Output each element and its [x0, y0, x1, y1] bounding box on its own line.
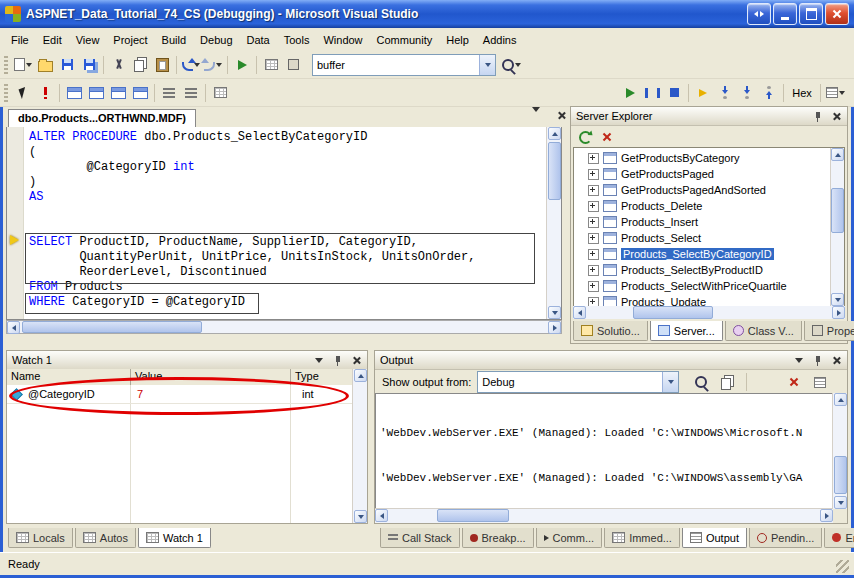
output-hscrollbar[interactable]	[375, 508, 833, 523]
scroll-right-button[interactable]	[820, 509, 833, 522]
tree-hscrollbar[interactable]	[573, 306, 845, 319]
tab-class-view[interactable]: Class V...	[725, 321, 802, 341]
menu-tools[interactable]: Tools	[277, 31, 317, 49]
menu-edit[interactable]: Edit	[36, 31, 69, 49]
undo-button[interactable]	[180, 54, 202, 76]
expand-plus-icon[interactable]	[588, 217, 599, 228]
scroll-thumb[interactable]	[437, 509, 509, 522]
copy-output-button[interactable]	[717, 372, 737, 392]
expand-plus-icon[interactable]	[588, 233, 599, 244]
open-folder-button[interactable]	[34, 54, 56, 76]
watch-row[interactable]: @CategoryID 7 int	[7, 385, 353, 404]
tree-item[interactable]: Products_Select	[588, 230, 844, 246]
break-all-button[interactable]	[641, 82, 663, 104]
menu-file[interactable]: File	[4, 31, 36, 49]
tab-output[interactable]: Output	[682, 528, 747, 548]
copy-button[interactable]	[129, 54, 151, 76]
column-header-name[interactable]: Name	[7, 369, 131, 385]
step-into-button[interactable]	[714, 82, 736, 104]
scroll-down-button[interactable]	[354, 510, 367, 523]
title-bar[interactable]: ASPNET_Data_Tutorial_74_CS (Debugging) -…	[0, 0, 854, 28]
scroll-thumb[interactable]	[831, 188, 844, 233]
editor-hscrollbar[interactable]	[6, 320, 562, 334]
menu-build[interactable]: Build	[155, 31, 193, 49]
properties-window-button[interactable]	[282, 54, 304, 76]
hex-toggle-button[interactable]: Hex	[787, 82, 817, 104]
column-header-type[interactable]: Type	[291, 369, 353, 385]
server-explorer-tree[interactable]: GetProductsByCategory GetProductsPaged G…	[573, 147, 845, 307]
validate-sql-button[interactable]	[209, 82, 231, 104]
goto-message-button[interactable]	[691, 372, 711, 392]
tab-pending-checkins[interactable]: Pendin...	[749, 528, 822, 548]
combo-dropdown-button[interactable]	[479, 55, 495, 75]
document-tab[interactable]: dbo.Products...ORTHWND.MDF)	[8, 109, 196, 127]
tree-item[interactable]: Products_Delete	[588, 198, 844, 214]
find-button[interactable]	[500, 54, 522, 76]
save-button[interactable]	[56, 54, 78, 76]
scroll-up-button[interactable]	[548, 127, 561, 140]
stop-debug-button[interactable]	[663, 82, 685, 104]
tree-vscrollbar[interactable]	[830, 148, 844, 306]
align-center-button[interactable]	[180, 82, 202, 104]
menu-window[interactable]: Window	[316, 31, 369, 49]
execute-sql-button[interactable]	[34, 82, 56, 104]
expand-plus-icon[interactable]	[588, 201, 599, 212]
search-combo[interactable]: buffer	[312, 54, 496, 76]
tree-item-selected[interactable]: Products_SelectByCategoryID	[588, 246, 844, 262]
cut-button[interactable]	[107, 54, 129, 76]
expand-plus-icon[interactable]	[588, 185, 599, 196]
pin-button[interactable]	[810, 109, 825, 123]
tree-item[interactable]: GetProductsPagedAndSorted	[588, 182, 844, 198]
show-sql-pane-button[interactable]	[107, 82, 129, 104]
scroll-up-button[interactable]	[834, 393, 847, 406]
output-source-combo[interactable]: Debug	[477, 371, 679, 393]
panel-close-button[interactable]	[349, 353, 364, 367]
redo-button[interactable]	[202, 54, 224, 76]
window-arrows-button[interactable]	[747, 3, 771, 25]
scroll-right-button[interactable]	[832, 306, 845, 319]
document-list-button[interactable]	[532, 112, 540, 124]
menu-community[interactable]: Community	[370, 31, 440, 49]
continue-button[interactable]	[619, 82, 641, 104]
tab-watch-1[interactable]: Watch 1	[138, 528, 211, 548]
toolbar-grip[interactable]	[4, 56, 8, 74]
show-diagram-pane-button[interactable]	[63, 82, 85, 104]
maximize-button[interactable]	[799, 3, 823, 25]
tree-item[interactable]: Products_SelectWithPriceQuartile	[588, 278, 844, 294]
code-editor[interactable]: ALTER PROCEDURE dbo.Products_SelectByCat…	[6, 127, 562, 320]
pin-button[interactable]	[810, 353, 825, 367]
window-menu-button[interactable]	[311, 353, 326, 367]
tab-autos[interactable]: Autos	[75, 528, 136, 548]
tab-server-explorer[interactable]: Server...	[650, 321, 723, 341]
tab-error-list[interactable]: Error List	[824, 528, 854, 548]
minimize-button[interactable]	[773, 3, 797, 25]
column-header-value[interactable]: Value	[131, 369, 291, 385]
menu-project[interactable]: Project	[106, 31, 154, 49]
tab-locals[interactable]: Locals	[8, 528, 73, 548]
panel-close-button[interactable]	[829, 353, 844, 367]
step-over-button[interactable]	[736, 82, 758, 104]
server-explorer-titlebar[interactable]: Server Explorer	[571, 107, 847, 126]
tab-immediate[interactable]: Immed...	[604, 528, 680, 548]
expand-plus-icon[interactable]	[588, 153, 599, 164]
output-console[interactable]: 'WebDev.WebServer.EXE' (Managed): Loaded…	[375, 393, 833, 509]
menu-data[interactable]: Data	[240, 31, 277, 49]
scroll-thumb[interactable]	[22, 321, 202, 333]
show-results-pane-button[interactable]	[129, 82, 151, 104]
expand-plus-icon[interactable]	[588, 169, 599, 180]
show-criteria-pane-button[interactable]	[85, 82, 107, 104]
toggle-word-wrap-button[interactable]	[810, 372, 830, 392]
menu-debug[interactable]: Debug	[193, 31, 239, 49]
scroll-down-button[interactable]	[548, 306, 561, 319]
paste-button[interactable]	[151, 54, 173, 76]
tree-item[interactable]: Products_Insert	[588, 214, 844, 230]
panel-close-button[interactable]	[829, 109, 844, 123]
scroll-up-button[interactable]	[831, 148, 844, 161]
scroll-left-button[interactable]	[573, 306, 586, 319]
combo-dropdown-button[interactable]	[662, 372, 678, 392]
watch-grid[interactable]: @CategoryID 7 int	[7, 385, 353, 523]
editor-indicator-margin[interactable]	[7, 127, 24, 319]
tab-breakpoints[interactable]: Breakp...	[462, 528, 534, 548]
watch-value[interactable]: 7	[132, 388, 297, 400]
scroll-thumb[interactable]	[548, 142, 561, 200]
